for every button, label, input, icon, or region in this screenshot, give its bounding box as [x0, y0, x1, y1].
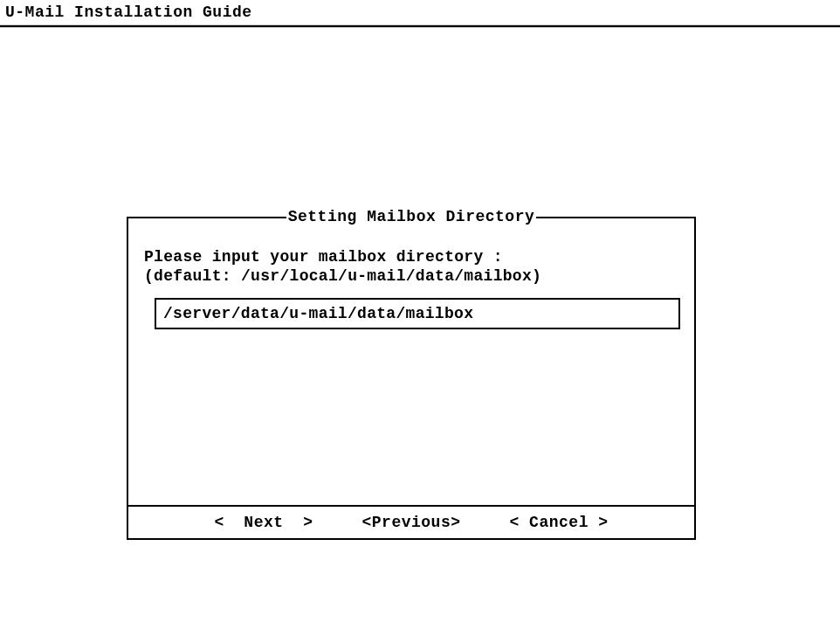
default-hint: (default: /usr/local/u-mail/data/mailbox…	[144, 267, 678, 287]
mailbox-directory-dialog: Setting Mailbox Directory Please input y…	[127, 217, 696, 540]
cancel-button[interactable]: < Cancel >	[510, 514, 609, 531]
mailbox-directory-input-box	[155, 298, 680, 329]
prompt-text: Please input your mailbox directory :	[144, 248, 678, 267]
mailbox-directory-input[interactable]	[156, 300, 678, 328]
dialog-title: Setting Mailbox Directory	[286, 208, 537, 225]
page-title: U-Mail Installation Guide	[0, 0, 840, 24]
divider	[0, 27, 840, 28]
dialog-title-wrap: Setting Mailbox Directory	[128, 208, 694, 225]
previous-button[interactable]: <Previous>	[361, 514, 460, 531]
next-button[interactable]: < Next >	[214, 514, 313, 531]
dialog-body: Please input your mailbox directory : (d…	[128, 218, 694, 329]
button-bar: < Next > <Previous> < Cancel >	[128, 505, 694, 538]
